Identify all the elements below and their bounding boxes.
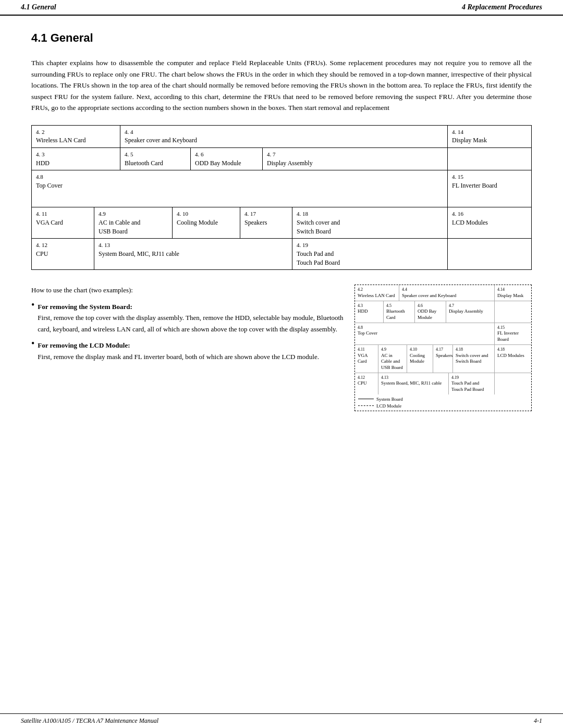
bullet-2-text: First, remove the display mask and FL in… xyxy=(38,353,319,361)
page-header: 4.1 General 4 Replacement Procedures xyxy=(0,0,563,16)
footer-left: Satellite A100/A105 / TECRA A7 Maintenan… xyxy=(21,717,158,725)
cell-4-16: 4. 16 LCD Modules xyxy=(448,207,531,238)
cell-4-19: 4. 19 Touch Pad andTouch Pad Board xyxy=(292,239,448,269)
header-right: 4 Replacement Procedures xyxy=(462,3,542,11)
legend-line-solid xyxy=(358,399,374,399)
legend-system-board-label: System Board xyxy=(376,397,403,402)
legend-line-dashed xyxy=(358,405,374,406)
cell-4-11: 4. 11 VGA Card xyxy=(32,207,94,238)
main-content: 4.1 General This chapter explains how to… xyxy=(0,16,563,458)
page-footer: Satellite A100/A105 / TECRA A7 Maintenan… xyxy=(0,713,563,728)
bullet-1: • For removing the System Board: First, … xyxy=(31,301,344,335)
section-title: 4.1 General xyxy=(31,31,532,45)
cell-4-9: 4.9 AC in Cable andUSB Board xyxy=(94,207,173,238)
cell-4-13: 4. 13 System Board, MIC, RJ11 cable xyxy=(94,239,292,269)
cell-4-5: 4. 5 Bluetooth Card xyxy=(120,148,191,170)
cell-4-15: 4. 15 FL Inverter Board xyxy=(448,170,531,207)
cell-4-4: 4. 4 Speaker cover and Keyboard xyxy=(120,126,448,147)
cell-4-16-cont xyxy=(448,239,531,269)
cell-4-12: 4. 12 CPU xyxy=(32,239,94,269)
how-to-label: How to use the chart (two examples): xyxy=(31,285,344,295)
bullet-2-heading: For removing the LCD Module: xyxy=(38,341,130,349)
cell-4-14: 4. 14 Display Mask xyxy=(448,126,531,147)
bullet-2: • For removing the LCD Module: First, re… xyxy=(31,340,344,362)
cell-4-18: 4. 18 Switch cover andSwitch Board xyxy=(292,207,448,238)
bullet-symbol-2: • xyxy=(31,339,34,362)
header-left: 4.1 General xyxy=(21,3,56,11)
intro-paragraph: This chapter explains how to disassemble… xyxy=(31,57,532,114)
cell-4-17: 4. 17 Speakers xyxy=(240,207,292,238)
cell-4-14-cont xyxy=(448,148,531,170)
fru-chart-large: 4. 2 Wireless LAN Card 4. 4 Speaker cove… xyxy=(31,125,532,270)
cell-4-3: 4. 3 HDD xyxy=(32,148,120,170)
cell-4-10: 4. 10 Cooling Module xyxy=(173,207,240,238)
how-to-section: How to use the chart (two examples): • F… xyxy=(31,285,532,411)
legend-lcd-module: LCD Module xyxy=(358,403,528,409)
cell-4-2: 4. 2 Wireless LAN Card xyxy=(32,126,120,147)
legend-lcd-module-label: LCD Module xyxy=(376,403,401,409)
cell-4-6: 4. 6 ODD Bay Module xyxy=(191,148,263,170)
page: 4.1 General 4 Replacement Procedures 4.1… xyxy=(0,0,563,728)
bullet-symbol-1: • xyxy=(31,300,34,335)
cell-4-7: 4. 7 Display Assembly xyxy=(263,148,448,170)
cell-4-8: 4.8 Top Cover xyxy=(32,170,448,207)
legend-system-board: System Board xyxy=(358,397,528,402)
footer-right: 4-1 xyxy=(534,717,542,725)
bullet-1-heading: For removing the System Board: xyxy=(38,303,132,311)
chart-legend: System Board LCD Module xyxy=(355,394,531,411)
bullet-1-text: First, remove the top cover with the dis… xyxy=(38,314,343,332)
how-to-text: How to use the chart (two examples): • F… xyxy=(31,285,344,411)
fru-chart-small-container: 4.2Wireless LAN Card 4.4Speaker cover an… xyxy=(354,285,532,411)
fru-chart-small: 4.2Wireless LAN Card 4.4Speaker cover an… xyxy=(354,285,532,411)
